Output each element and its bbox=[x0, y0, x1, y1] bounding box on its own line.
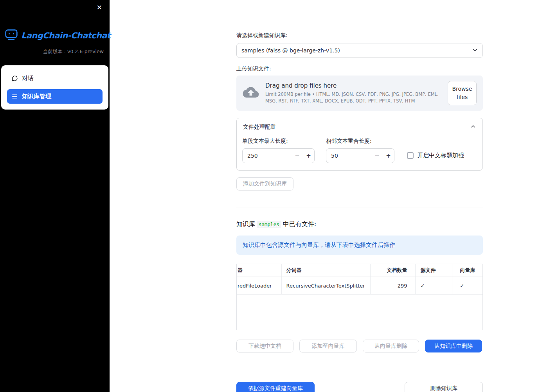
table-empty-area bbox=[237, 295, 482, 330]
existing-files-suffix: 中已有文件: bbox=[283, 220, 316, 228]
checkbox-unchecked-icon[interactable] bbox=[407, 152, 414, 159]
kb-select-value: samples (faiss @ bge-large-zh-v1.5) bbox=[241, 47, 340, 54]
existing-files-prefix: 知识库 bbox=[236, 220, 255, 228]
nav-item-dialogue-label: 对话 bbox=[22, 75, 34, 82]
sidebar: ✕ LangChain-Chatchat 当前版本：v0.2.6-preview… bbox=[0, 0, 110, 392]
overlap-decrement-button[interactable]: − bbox=[371, 152, 383, 159]
delete-kb-button[interactable]: 删除知识库 bbox=[405, 382, 483, 392]
existing-files-text: 知识库samples中已有文件: bbox=[236, 220, 483, 228]
nav-card: 对话 知识库管理 bbox=[1, 65, 108, 110]
config-expander-body: 单段文本最大长度: 250 − + 相邻文本重合长度: 50 − + bbox=[237, 135, 482, 170]
delete-from-kb-button[interactable]: 从知识库中删除 bbox=[425, 340, 482, 352]
nav-item-knowledge-base-label: 知识库管理 bbox=[22, 93, 51, 100]
overlap-value: 50 bbox=[326, 153, 371, 159]
chat-bubble-icon bbox=[11, 75, 18, 82]
overlap-increment-button[interactable]: + bbox=[383, 152, 394, 159]
add-to-vector-button[interactable]: 添加至向量库 bbox=[299, 340, 357, 352]
add-files-button[interactable]: 添加文件到知识库 bbox=[236, 177, 293, 191]
app-logo: LangChain-Chatchat bbox=[0, 29, 110, 42]
nav-item-knowledge-base[interactable]: 知识库管理 bbox=[7, 89, 103, 104]
kb-select[interactable]: samples (faiss @ bge-large-zh-v1.5) bbox=[236, 43, 483, 58]
header-source-file: 源文件 bbox=[416, 264, 452, 277]
divider bbox=[236, 207, 483, 207]
zh-title-enhance-label: 开启中文标题加强 bbox=[417, 152, 464, 159]
dropzone-title: Drag and drop files here bbox=[265, 82, 441, 89]
file-dropzone[interactable]: Drag and drop files here Limit 200MB per… bbox=[236, 76, 483, 111]
header-loader: 器 bbox=[237, 264, 282, 277]
zh-title-enhance-checkbox-row[interactable]: 开启中文标题加强 bbox=[407, 152, 464, 159]
chevron-down-icon bbox=[472, 47, 479, 55]
cell-vector-check: ✓ bbox=[452, 277, 482, 294]
chunk-size-decrement-button[interactable]: − bbox=[292, 152, 303, 159]
divider bbox=[236, 368, 483, 368]
delete-from-vector-button[interactable]: 从向量库删除 bbox=[363, 340, 419, 352]
config-expander: 文件处理配置 单段文本最大长度: 250 − + 相邻文 bbox=[236, 118, 483, 171]
chunk-size-increment-button[interactable]: + bbox=[303, 152, 314, 159]
sidebar-close-icon[interactable]: ✕ bbox=[94, 3, 104, 13]
header-splitter: 分词器 bbox=[282, 264, 371, 277]
cell-source-check: ✓ bbox=[416, 277, 452, 294]
nav-item-dialogue[interactable]: 对话 bbox=[7, 71, 103, 86]
cell-splitter: RecursiveCharacterTextSplitter bbox=[282, 277, 371, 294]
kb-select-label: 请选择或新建知识库: bbox=[236, 32, 483, 39]
config-expander-header[interactable]: 文件处理配置 bbox=[237, 118, 482, 135]
content-column: 请选择或新建知识库: samples (faiss @ bge-large-zh… bbox=[236, 32, 483, 392]
rebuild-vector-button[interactable]: 依据源文件重建向量库 bbox=[236, 382, 315, 392]
header-vector-store: 向量库 bbox=[452, 264, 482, 277]
dropzone-limits: Limit 200MB per file • HTML, MD, JSON, C… bbox=[265, 91, 441, 104]
info-banner: 知识库中包含源文件与向量库，请从下表中选择文件后操作 bbox=[236, 236, 483, 255]
browse-files-button[interactable]: Browse files bbox=[448, 81, 477, 105]
overlap-input[interactable]: 50 − + bbox=[326, 148, 394, 163]
header-doc-count: 文档数量 bbox=[371, 264, 416, 277]
version-text: 当前版本：v0.2.6-preview bbox=[0, 49, 110, 55]
chunk-size-value: 250 bbox=[243, 153, 292, 159]
list-icon bbox=[11, 93, 18, 100]
table-header-row: 器 分词器 文档数量 源文件 向量库 bbox=[237, 264, 482, 277]
chatbot-logo-icon bbox=[5, 29, 18, 42]
overlap-group: 相邻文本重合长度: 50 − + bbox=[326, 138, 394, 163]
download-selected-button[interactable]: 下载选中文档 bbox=[236, 340, 293, 352]
main-area: 请选择或新建知识库: samples (faiss @ bge-large-zh… bbox=[110, 0, 540, 392]
table-row[interactable]: redFileLoader RecursiveCharacterTextSpli… bbox=[237, 277, 482, 295]
dropzone-text: Drag and drop files here Limit 200MB per… bbox=[265, 82, 441, 104]
chunk-size-input[interactable]: 250 − + bbox=[242, 148, 315, 163]
upload-label: 上传知识文件: bbox=[236, 65, 483, 72]
row-action-buttons: 下载选中文档 添加至向量库 从向量库删除 从知识库中删除 bbox=[236, 340, 483, 352]
chunk-size-group: 单段文本最大长度: 250 − + bbox=[242, 138, 315, 163]
files-table: 器 分词器 文档数量 源文件 向量库 redFileLoader Recursi… bbox=[236, 264, 483, 330]
upload-cloud-icon bbox=[243, 86, 259, 101]
config-expander-title: 文件处理配置 bbox=[243, 124, 276, 131]
overlap-label: 相邻文本重合长度: bbox=[326, 138, 394, 145]
cell-doc-count: 299 bbox=[371, 277, 416, 294]
kb-name-code: samples bbox=[257, 221, 281, 228]
chunk-size-label: 单段文本最大长度: bbox=[242, 138, 315, 145]
cell-loader: redFileLoader bbox=[237, 277, 282, 294]
app-logo-text: LangChain-Chatchat bbox=[21, 31, 110, 40]
kb-action-buttons: 依据源文件重建向量库 删除知识库 bbox=[236, 382, 483, 392]
chevron-up-icon bbox=[470, 123, 476, 131]
